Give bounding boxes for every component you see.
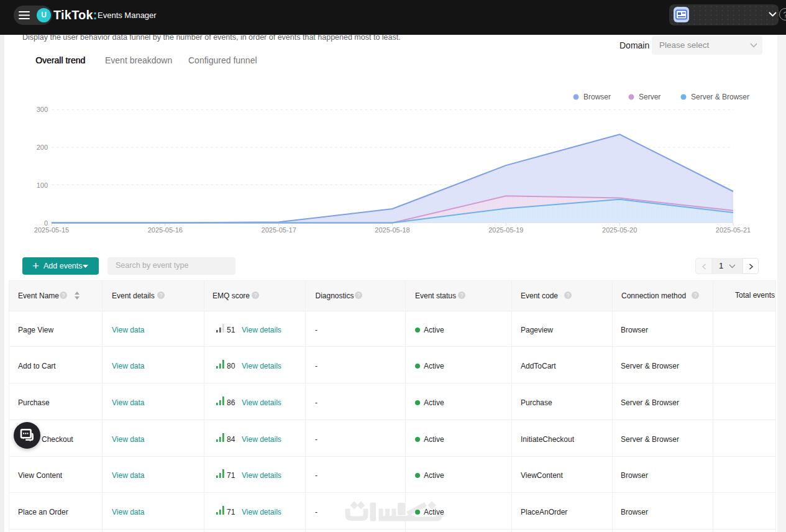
svg-text:2025-05-21: 2025-05-21: [716, 226, 751, 234]
svg-text:?: ?: [254, 292, 257, 298]
svg-text:0: 0: [44, 219, 48, 227]
svg-text:?: ?: [567, 292, 570, 298]
svg-text:2025-05-19: 2025-05-19: [488, 226, 523, 234]
svg-text:2025-05-17: 2025-05-17: [262, 226, 296, 234]
svg-text:2025-05-18: 2025-05-18: [375, 226, 409, 234]
svg-text:?: ?: [357, 292, 360, 298]
svg-text:200: 200: [37, 144, 48, 151]
svg-text:2025-05-20: 2025-05-20: [602, 226, 637, 234]
svg-text:?: ?: [62, 292, 65, 298]
svg-text:?: ?: [460, 292, 464, 298]
svg-text:300: 300: [37, 106, 48, 113]
svg-text:Browser: Browser: [583, 93, 611, 101]
svg-text:2025-05-16: 2025-05-16: [148, 226, 183, 234]
svg-text:2025-05-15: 2025-05-15: [34, 226, 69, 234]
svg-text:?: ?: [160, 292, 163, 298]
svg-text:Server & Browser: Server & Browser: [691, 93, 749, 101]
svg-text:Server: Server: [639, 93, 660, 101]
svg-text:?: ?: [694, 292, 697, 298]
svg-text:100: 100: [37, 181, 48, 189]
